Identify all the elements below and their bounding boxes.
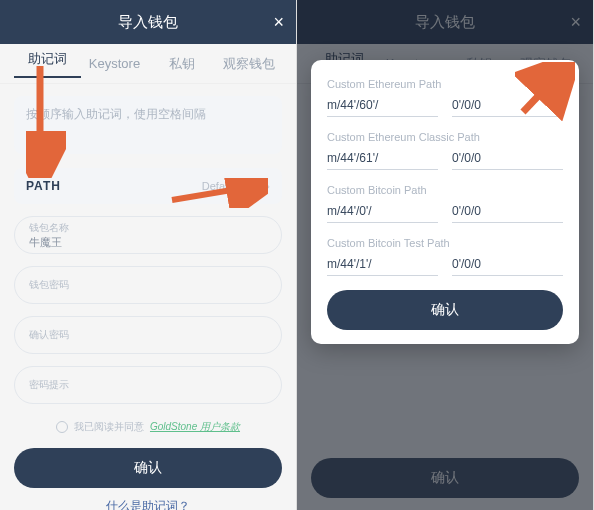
path-section-ethereum: Custom Ethereum Path m/44'/60'/ 0'/0/0 [327,78,563,117]
path-modal: Custom Ethereum Path m/44'/60'/ 0'/0/0 C… [311,60,579,344]
path-section-title: Custom Bitcoin Test Path [327,237,563,249]
terms-link[interactable]: GoldStone 用户条款 [150,420,240,434]
path-selector[interactable]: PATH Default Path › [14,168,282,204]
mnemonic-input[interactable]: 按顺序输入助记词，使用空格间隔 [14,96,282,154]
confirm-password-field[interactable]: 确认密码 [14,316,282,354]
path-section-etc: Custom Ethereum Classic Path m/44'/61'/ … [327,131,563,170]
close-icon[interactable]: × [273,0,284,44]
path-prefix-input[interactable]: m/44'/1'/ [327,257,438,276]
confirm-button[interactable]: 确认 [14,448,282,488]
main-content: 按顺序输入助记词，使用空格间隔 PATH Default Path › 钱包名称… [0,84,296,434]
path-section-bitcoin: Custom Bitcoin Path m/44'/0'/ 0'/0/0 [327,184,563,223]
path-value: Default Path › [202,180,270,192]
footer-help-link[interactable]: 什么是助记词？ [0,498,296,510]
terms-row: 我已阅读并同意 GoldStone 用户条款 [14,420,282,434]
path-prefix-input[interactable]: m/44'/60'/ [327,98,438,117]
path-section-title: Custom Ethereum Path [327,78,563,90]
wallet-name-field[interactable]: 钱包名称 牛魔王 [14,216,282,254]
tab-keystore[interactable]: Keystore [81,56,148,71]
chevron-right-icon: › [266,180,270,192]
path-section-title: Custom Ethereum Classic Path [327,131,563,143]
path-suffix-input[interactable]: 0'/0/0 [452,151,563,170]
terms-checkbox[interactable] [56,421,68,433]
path-label: PATH [26,179,61,193]
path-prefix-input[interactable]: m/44'/61'/ [327,151,438,170]
tabs: 助记词 Keystore 私钥 观察钱包 [0,44,296,84]
terms-text: 我已阅读并同意 [74,420,144,434]
tab-private-key[interactable]: 私钥 [148,55,215,73]
path-suffix-input[interactable]: 0'/0/0 [452,257,563,276]
tab-mnemonic[interactable]: 助记词 [14,50,81,78]
password-hint-field[interactable]: 密码提示 [14,366,282,404]
header-title: 导入钱包 [118,13,178,32]
right-screen: 导入钱包 × 助记词 Keystore 私钥 观察钱包 确认 什么是助记词？ C… [297,0,594,510]
header: 导入钱包 × [0,0,296,44]
path-suffix-input[interactable]: 0'/0/0 [452,98,563,117]
modal-confirm-button[interactable]: 确认 [327,290,563,330]
tab-watch-wallet[interactable]: 观察钱包 [215,55,282,73]
path-section-title: Custom Bitcoin Path [327,184,563,196]
path-section-bitcoin-test: Custom Bitcoin Test Path m/44'/1'/ 0'/0/… [327,237,563,276]
path-prefix-input[interactable]: m/44'/0'/ [327,204,438,223]
wallet-password-field[interactable]: 钱包密码 [14,266,282,304]
left-screen: 导入钱包 × 助记词 Keystore 私钥 观察钱包 按顺序输入助记词，使用空… [0,0,297,510]
path-suffix-input[interactable]: 0'/0/0 [452,204,563,223]
